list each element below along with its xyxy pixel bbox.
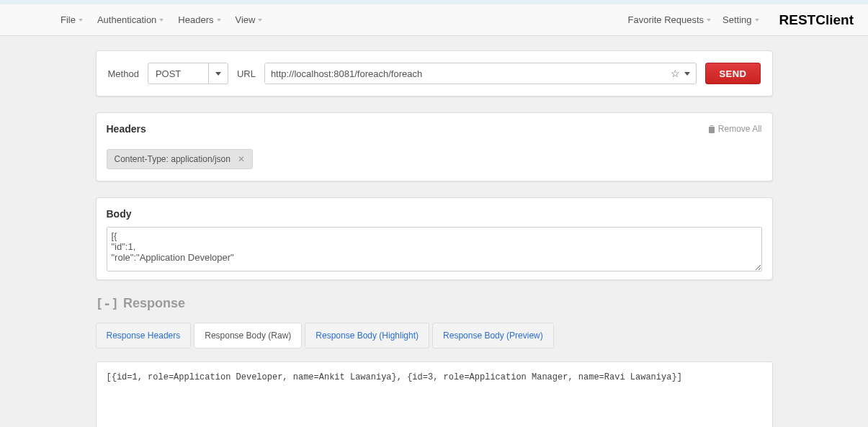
menu-file-label: File xyxy=(61,14,76,25)
chevron-down-icon xyxy=(79,19,83,22)
request-panel: Method POST URL ☆ SEND xyxy=(96,50,773,96)
response-header: [-] Response xyxy=(96,296,773,311)
body-textarea[interactable] xyxy=(107,227,762,271)
chevron-down-icon[interactable] xyxy=(684,72,690,76)
close-icon[interactable]: ✕ xyxy=(238,154,245,164)
star-icon[interactable]: ☆ xyxy=(671,68,680,79)
response-tabs: Response Headers Response Body (Raw) Res… xyxy=(96,323,773,349)
menu-view[interactable]: View xyxy=(230,12,269,28)
url-field-wrap: ☆ xyxy=(264,63,697,84)
chevron-down-icon xyxy=(755,19,759,22)
method-select[interactable]: POST xyxy=(148,63,228,84)
collapse-toggle[interactable]: [-] xyxy=(96,296,120,311)
send-button[interactable]: SEND xyxy=(705,63,760,84)
menu-setting[interactable]: Setting xyxy=(717,12,764,28)
method-label: Method xyxy=(108,68,139,79)
menu-setting-label: Setting xyxy=(722,14,751,25)
response-body: [{id=1, role=Application Developer, name… xyxy=(96,361,773,427)
chevron-down-icon xyxy=(208,63,228,84)
menu-headers-label: Headers xyxy=(178,14,213,25)
remove-all-label: Remove All xyxy=(718,124,762,134)
menu-headers[interactable]: Headers xyxy=(172,12,226,28)
response-section: [-] Response Response Headers Response B… xyxy=(96,296,773,427)
url-label: URL xyxy=(237,68,256,79)
menubar: File Authentication Headers View Favorit… xyxy=(0,4,868,36)
tab-response-body-preview[interactable]: Response Body (Preview) xyxy=(432,323,554,349)
chevron-down-icon xyxy=(217,19,221,22)
chevron-down-icon xyxy=(159,19,164,22)
brand-title: RESTClient xyxy=(779,12,854,28)
headers-title-row: Headers Remove All xyxy=(107,123,762,135)
response-title: Response xyxy=(123,296,185,311)
menu-favorite-requests[interactable]: Favorite Requests xyxy=(622,12,717,28)
content: Method POST URL ☆ SEND Headers Remove Al… xyxy=(0,36,868,427)
trash-icon xyxy=(708,125,715,133)
menu-auth-label: Authentication xyxy=(97,14,156,25)
tab-response-body-highlight[interactable]: Response Body (Highlight) xyxy=(305,323,429,349)
tab-response-body-raw[interactable]: Response Body (Raw) xyxy=(194,323,302,349)
body-panel: Body xyxy=(96,197,773,280)
tab-response-headers[interactable]: Response Headers xyxy=(96,323,192,349)
menu-authentication[interactable]: Authentication xyxy=(91,12,169,28)
url-input[interactable] xyxy=(265,63,665,84)
body-title: Body xyxy=(107,208,762,220)
header-chip[interactable]: Content-Type: application/json ✕ xyxy=(107,149,253,169)
header-chip-label: Content-Type: application/json xyxy=(115,154,231,164)
chevron-down-icon xyxy=(258,19,262,22)
chevron-down-icon xyxy=(707,19,711,22)
menu-fav-label: Favorite Requests xyxy=(628,14,704,25)
headers-panel: Headers Remove All Content-Type: applica… xyxy=(96,112,773,181)
headers-title: Headers xyxy=(107,123,146,135)
remove-all-button[interactable]: Remove All xyxy=(708,124,762,134)
menu-view-label: View xyxy=(236,14,256,25)
menu-file[interactable]: File xyxy=(55,12,89,28)
url-icons: ☆ xyxy=(665,68,696,79)
menu-left: File Authentication Headers View xyxy=(55,12,268,28)
